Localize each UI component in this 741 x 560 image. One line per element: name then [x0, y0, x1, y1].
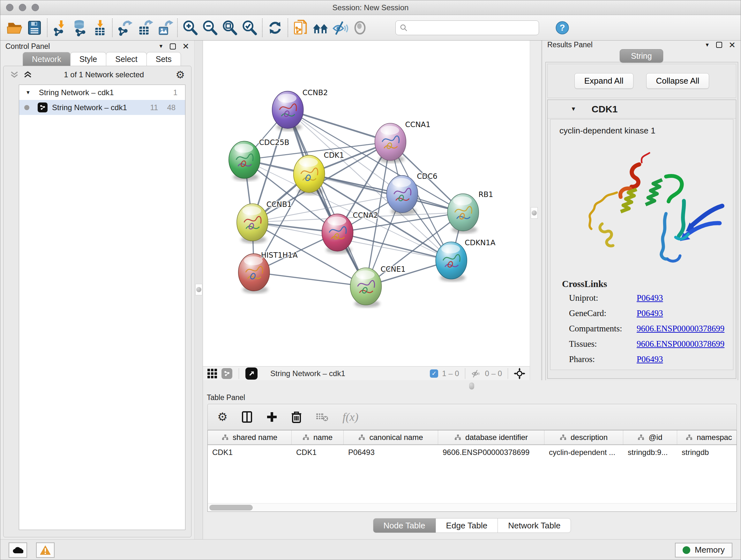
zoom-fit-content-icon[interactable] [220, 17, 240, 38]
close-panel-icon[interactable]: ✕ [182, 42, 189, 51]
column-header-namespac[interactable]: namespac [677, 430, 737, 444]
expand-all-button[interactable]: Expand All [575, 73, 633, 89]
table-cell[interactable]: CDK1 [208, 445, 292, 460]
search-input[interactable] [410, 23, 535, 32]
export-network-icon[interactable] [115, 17, 135, 38]
column-header-name[interactable]: name [292, 430, 344, 444]
column-header--id[interactable]: @id [623, 430, 677, 444]
table-options-gear-icon[interactable]: ⚙ [217, 411, 227, 423]
tab-network-table[interactable]: Network Table [497, 518, 571, 533]
tab-node-table[interactable]: Node Table [373, 518, 436, 533]
column-header-canonical-name[interactable]: canonical name [344, 430, 438, 444]
collapse-all-button[interactable]: Collapse All [646, 73, 710, 89]
memory-button[interactable]: Memory [675, 543, 732, 557]
open-session-icon[interactable] [5, 17, 24, 38]
network-collection-row[interactable]: ▼ String Network – cdk1 1 [19, 85, 185, 100]
warnings-button[interactable] [36, 543, 55, 558]
uniprot-link[interactable]: P06493 [636, 293, 663, 303]
import-table-from-file-icon[interactable] [90, 17, 110, 38]
hide-selected-icon[interactable] [330, 17, 350, 38]
show-columns-icon[interactable] [242, 411, 253, 423]
new-network-from-selection-icon[interactable] [291, 17, 311, 38]
crosslinks-title: CrossLinks [562, 279, 733, 289]
tab-edge-table[interactable]: Edge Table [435, 518, 498, 533]
collapse-all-icon[interactable] [10, 71, 19, 78]
import-network-from-database-icon[interactable] [70, 17, 90, 38]
hidden-items-eye-icon[interactable] [471, 369, 481, 378]
export-image-icon[interactable] [155, 17, 175, 38]
tab-sets[interactable]: Sets [146, 52, 181, 66]
network-view: CCNB2CCNA1CDC25BCDK1CDC6RB1CCNB1CCNA2CDK… [203, 41, 530, 380]
splitter-grip[interactable] [195, 284, 202, 295]
pharos-link[interactable]: P06493 [636, 354, 663, 364]
genecard-link[interactable]: P06493 [636, 308, 663, 318]
node-label: CCNB1 [266, 200, 292, 208]
save-session-icon[interactable] [24, 17, 44, 38]
gene-section-header[interactable]: ▼ CDK1 [548, 100, 736, 118]
show-hidden-icon[interactable] [350, 17, 370, 38]
apply-preferred-layout-icon[interactable] [265, 17, 285, 38]
table-panel-splitter[interactable] [203, 380, 741, 392]
panel-menu-icon[interactable]: ▼ [704, 42, 710, 48]
left-panel-splitter[interactable] [194, 41, 203, 539]
float-panel-icon[interactable] [716, 42, 722, 48]
toolbar-search[interactable] [395, 20, 539, 35]
table-row[interactable]: CDK1CDK1P064939606.ENSP00000378699cyclin… [208, 445, 737, 460]
delete-column-icon[interactable] [291, 411, 301, 423]
detach-view-icon[interactable] [246, 368, 258, 380]
help-icon[interactable]: ? [552, 17, 572, 38]
crosslink-label: Pharos: [569, 354, 636, 364]
network-overview-icon[interactable] [221, 368, 232, 379]
splitter-grip[interactable] [469, 382, 474, 389]
network-options-gear-icon[interactable]: ⚙ [176, 70, 185, 80]
zoom-out-icon[interactable] [200, 17, 220, 38]
toggle-graphics-details-icon[interactable] [311, 17, 330, 38]
splitter-grip[interactable] [531, 207, 538, 219]
import-network-from-file-icon[interactable] [50, 17, 70, 38]
tab-select[interactable]: Select [106, 52, 146, 66]
table-cell[interactable]: P06493 [344, 445, 438, 460]
scrollbar-thumb[interactable] [209, 505, 253, 510]
right-panel-splitter[interactable] [530, 41, 542, 380]
table-cell[interactable]: stringdb:9... [623, 445, 677, 460]
zoom-in-icon[interactable] [180, 17, 200, 38]
collection-caret-icon[interactable]: ▼ [25, 90, 30, 96]
node-label: CDC25B [259, 138, 289, 146]
add-column-icon[interactable] [266, 412, 277, 422]
results-panel: Results Panel ▼ ✕ String Expand All [542, 41, 741, 380]
column-header-shared-name[interactable]: shared name [208, 430, 292, 444]
cloud-status-button[interactable] [9, 543, 27, 558]
gene-section: ▼ CDK1 cyclin-dependent kinase 1 [547, 100, 736, 379]
tissues-link[interactable]: 9606.ENSP00000378699 [636, 339, 724, 349]
table-horizontal-scrollbar[interactable] [208, 503, 737, 511]
fit-selection-crosshair-icon[interactable] [514, 368, 525, 379]
node-label: CCNB2 [302, 88, 328, 97]
close-panel-icon[interactable]: ✕ [729, 41, 736, 49]
zoom-selected-icon[interactable] [240, 17, 259, 38]
export-table-icon[interactable] [135, 17, 155, 38]
function-builder-icon[interactable]: f(x) [342, 410, 358, 424]
tab-network[interactable]: Network [23, 52, 71, 66]
table-cell[interactable]: 9606.ENSP00000378699 [438, 445, 544, 460]
delete-table-icon[interactable] [316, 412, 328, 422]
network-row-selected[interactable]: String Network – cdk1 11 48 [19, 100, 185, 115]
network-status-dot [24, 105, 29, 110]
float-panel-icon[interactable] [170, 44, 176, 50]
column-header-description[interactable]: description [544, 430, 623, 444]
tab-string[interactable]: String [620, 49, 663, 63]
table-cell[interactable]: stringdb [677, 445, 737, 460]
column-header-database-identifier[interactable]: database identifier [438, 430, 544, 444]
selected-nodes-checkbox-icon[interactable]: ✓ [430, 369, 438, 378]
network-view-toolbar: String Network – cdk1 ✓ 1 – 0 0 – 0 [203, 366, 530, 380]
compartments-link[interactable]: 9606.ENSP00000378699 [636, 324, 724, 334]
panel-menu-icon[interactable]: ▼ [158, 44, 163, 49]
expand-all-icon[interactable] [23, 71, 32, 78]
tab-style[interactable]: Style [70, 52, 107, 66]
birdseye-grid-icon[interactable] [207, 369, 217, 378]
table-cell[interactable]: CDK1 [292, 445, 344, 460]
network-canvas[interactable]: CCNB2CCNA1CDC25BCDK1CDC6RB1CCNB1CCNA2CDK… [203, 41, 530, 366]
table-cell[interactable]: cyclin-dependent ... [544, 445, 623, 460]
crosslink-label: Uniprot: [569, 293, 636, 303]
current-network-name: String Network – cdk1 [270, 369, 345, 378]
section-caret-icon[interactable]: ▼ [570, 106, 576, 112]
